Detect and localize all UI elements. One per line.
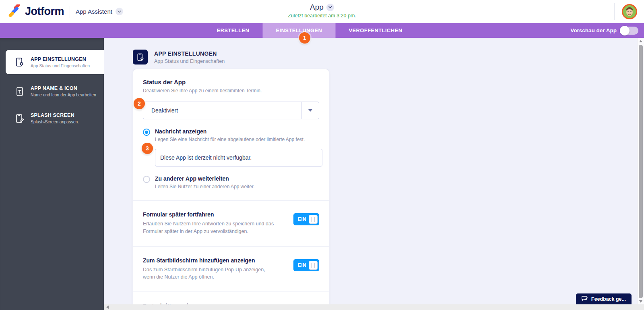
step-badge-3: 3 <box>142 143 153 154</box>
toggle-state-label: EIN <box>298 262 306 268</box>
continue-later-toggle[interactable]: EIN <box>293 213 319 225</box>
setting-row-add-to-homescreen: Zum Startbildschirm hinzufügen anzeigen … <box>133 246 329 292</box>
scrollbar-corner <box>637 304 644 310</box>
last-edited-status: Zuletzt bearbeitet am 3:20 pm. <box>242 13 402 19</box>
radio-button-checked[interactable] <box>143 129 150 136</box>
feedback-button[interactable]: Feedback ge... <box>576 293 632 304</box>
toggle-state-label: EIN <box>298 216 306 222</box>
sidebar-item-subtitle: App Status und Eingenschaften <box>31 63 90 68</box>
settings-main-panel: APP EINSTELLUNGEN App Status und Eingens… <box>104 38 637 304</box>
status-section-title: Status der App <box>143 79 319 85</box>
jotform-logo-icon <box>8 4 21 19</box>
content-area: APP EINSTELLUNGEN App Status und Eingens… <box>0 38 644 310</box>
status-section-subtitle: Deaktivieren Sie Ihre App zu einem besti… <box>143 88 319 94</box>
setting-row-continue-later: Formular später fortfahren Erlauben Sie … <box>133 200 329 246</box>
user-avatar[interactable] <box>622 4 637 19</box>
sidebar-item-app-name-icon[interactable]: APP NAME & ICON Name und Icon der App be… <box>0 81 104 101</box>
app-header: Jotform App Assistent App Zuletzt bearbe… <box>0 0 644 23</box>
header-divider <box>614 3 615 20</box>
setting-title: Formular später fortfahren <box>143 211 287 218</box>
toggle-knob <box>309 261 318 270</box>
vertical-scrollbar[interactable] <box>637 38 644 304</box>
chevron-down-icon <box>116 8 123 15</box>
phone-pencil-icon <box>14 113 25 124</box>
setting-title: Zum Startbildschirm hinzufügen anzeigen <box>143 257 287 264</box>
scroll-left-arrow-icon[interactable] <box>106 306 109 309</box>
radio-redirect-app[interactable]: Zu anderer App weiterleiten Leiten Sie N… <box>143 175 319 189</box>
app-assistant-label: App Assistent <box>76 8 112 15</box>
sidebar-item-title: SPLASH SCREEN <box>31 112 79 118</box>
preview-app-toggle[interactable] <box>621 27 638 35</box>
app-title: App <box>310 3 324 12</box>
step-badge-1: 1 <box>299 32 310 44</box>
sidebar-item-title: APP NAME & ICON <box>31 85 96 91</box>
app-title-dropdown[interactable]: App <box>242 3 402 12</box>
jotform-logo[interactable]: Jotform <box>8 4 64 19</box>
scroll-up-arrow-icon[interactable] <box>639 40 642 42</box>
phone-gear-icon <box>14 57 25 67</box>
settings-card: Status der App Deaktivieren Sie Ihre App… <box>133 69 329 304</box>
page-title: APP EINSTELLUNGEN <box>154 50 225 57</box>
radio-label: Nachricht anzeigen <box>155 128 305 135</box>
preview-app-label: Vorschau der App <box>570 27 617 33</box>
setting-row-progress-bar: Fortschrittsanzeige Zeigen Sie den Benut… <box>133 291 329 304</box>
radio-description: Legen Sie eine Nachricht für eine abgela… <box>155 137 305 142</box>
sidebar-item-app-einstellungen[interactable]: APP EINSTELLUNGEN App Status und Eingens… <box>6 50 104 74</box>
sidebar-item-title: APP EINSTELLUNGEN <box>31 56 90 62</box>
sidebar-item-splash-screen[interactable]: SPLASH SCREEN Splash-Screen anpassen. <box>0 108 104 128</box>
toggle-knob <box>309 215 318 224</box>
scroll-down-arrow-icon[interactable] <box>639 300 642 303</box>
add-to-homescreen-toggle[interactable]: EIN <box>293 259 319 271</box>
sidebar-item-subtitle: Name und Icon der App bearbeiten <box>31 92 96 97</box>
phone-text-icon <box>14 86 25 97</box>
vertical-scrollbar-thumb[interactable] <box>639 45 643 298</box>
step-badge-2: 2 <box>134 98 145 109</box>
caret-down-icon <box>308 109 312 112</box>
feedback-icon <box>582 295 588 302</box>
radio-show-message[interactable]: Nachricht anzeigen Legen Sie eine Nachri… <box>143 128 319 142</box>
radio-button-unchecked[interactable] <box>143 176 150 183</box>
logo-wordmark: Jotform <box>25 5 64 18</box>
toggle-knob <box>620 26 630 35</box>
sidebar-item-subtitle: Splash-Screen anpassen. <box>31 119 79 124</box>
tab-erstellen[interactable]: ERSTELLEN <box>204 23 263 38</box>
mode-navbar: ERSTELLEN EINSTELLUNGEN VERÖFFENTLICHEN … <box>0 23 644 38</box>
radio-label: Zu anderer App weiterleiten <box>155 175 255 182</box>
feedback-label: Feedback ge... <box>591 296 626 302</box>
app-assistant-menu[interactable]: App Assistent <box>76 8 123 15</box>
setting-description: Erlauben Sie Nutzern Ihre Antworten zu s… <box>143 220 276 235</box>
chevron-down-icon <box>326 4 334 11</box>
horizontal-scrollbar[interactable] <box>104 304 637 310</box>
header-divider <box>70 6 70 18</box>
tab-veroeffentlichen[interactable]: VERÖFFENTLICHEN <box>335 23 415 38</box>
app-settings-icon <box>133 50 148 64</box>
app-status-dropdown[interactable]: Deaktiviert <box>143 102 319 119</box>
setting-description: Das zum Startbildschirm hinzufügen Pop-U… <box>143 266 276 281</box>
settings-sidebar: APP EINSTELLUNGEN App Status und Eingens… <box>0 38 104 310</box>
unavailable-message-input[interactable] <box>155 149 322 166</box>
dropdown-button[interactable] <box>301 102 319 119</box>
radio-description: Leiten Sie Nutzer zu einer anderen App w… <box>155 184 255 189</box>
dropdown-selected-value: Deaktiviert <box>143 107 178 114</box>
page-subtitle: App Status und Eingenschaften <box>154 58 225 64</box>
